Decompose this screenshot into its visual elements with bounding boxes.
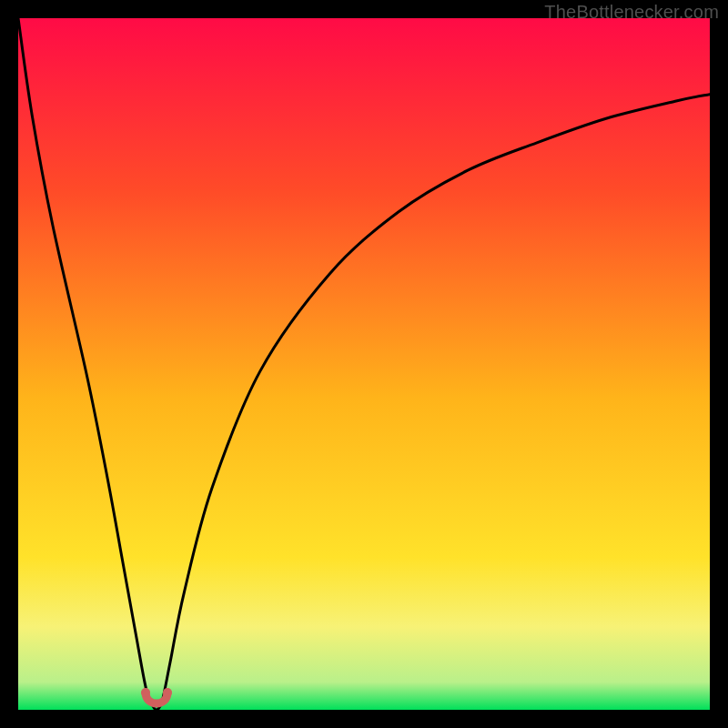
- plot-area: [18, 18, 710, 710]
- bottleneck-curve: [18, 18, 710, 710]
- chart-frame: TheBottlenecker.com: [0, 0, 728, 728]
